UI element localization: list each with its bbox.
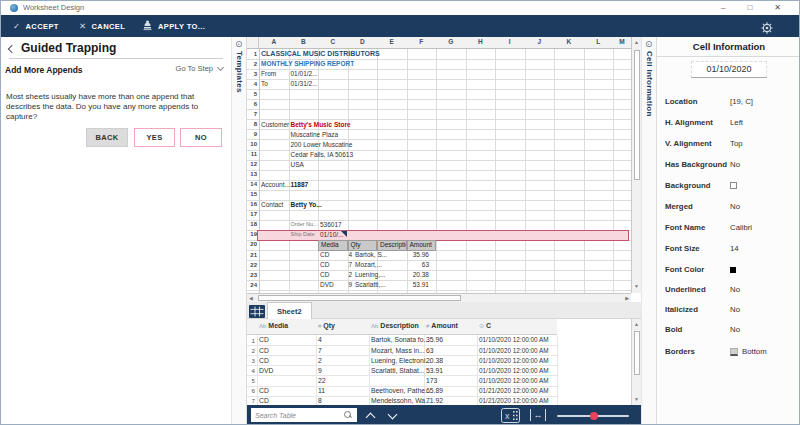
find-next-icon[interactable] bbox=[388, 410, 398, 420]
table-cell[interactable]: 01/21/2020 12:00:00 AM bbox=[479, 397, 549, 404]
row-header[interactable]: 4 bbox=[247, 81, 257, 87]
table-cell[interactable]: 01/10/2020 12:00:00 AM bbox=[479, 357, 549, 364]
cancel-button[interactable]: ✕ CANCEL bbox=[79, 15, 125, 37]
row-header[interactable]: 1 bbox=[247, 51, 257, 57]
scroll-up-icon[interactable]: ▲ bbox=[634, 322, 639, 327]
table-column-header[interactable]: AbMedia bbox=[259, 322, 288, 329]
table-cell[interactable]: CD bbox=[259, 387, 269, 394]
spreadsheet-vscrollbar[interactable]: ▲ ▼ bbox=[631, 37, 641, 293]
table-cell[interactable]: 71.92 bbox=[426, 397, 443, 404]
scroll-right-icon[interactable]: ▶ bbox=[625, 296, 629, 301]
spreadsheet-cell[interactable]: 01/10/... bbox=[320, 231, 344, 238]
spreadsheet-cell[interactable]: MONTHLY SHIPPING REPORT bbox=[261, 60, 354, 67]
cell-value-field[interactable]: 01/10/2020 bbox=[691, 61, 767, 78]
spreadsheet-cell[interactable]: 11887 bbox=[291, 181, 309, 188]
row-header[interactable]: 8 bbox=[247, 121, 257, 127]
row-header[interactable]: 15 bbox=[247, 191, 257, 197]
table-cell[interactable]: 01/10/2020 12:00:00 AM bbox=[479, 336, 549, 343]
table-cell[interactable]: 01/10/2020 12:00:00 AM bbox=[479, 377, 549, 384]
table-cell[interactable]: 9 bbox=[318, 367, 322, 374]
row-header[interactable]: 20 bbox=[247, 241, 257, 247]
yes-button[interactable]: YES bbox=[134, 128, 175, 147]
column-header[interactable]: B bbox=[289, 38, 319, 45]
spreadsheet-cell[interactable]: 63 bbox=[397, 261, 429, 268]
table-cell[interactable]: 01/10/2020 12:00:00 AM bbox=[479, 347, 549, 354]
spreadsheet-cell[interactable]: To bbox=[261, 80, 268, 87]
vscroll-thumb[interactable] bbox=[634, 50, 640, 180]
spreadsheet-cell[interactable]: 01/31/2... bbox=[291, 80, 318, 87]
vscroll-thumb[interactable] bbox=[634, 331, 640, 375]
column-header[interactable]: E bbox=[377, 38, 407, 45]
table-cell[interactable]: Mendelssohn, Wa... bbox=[371, 397, 431, 404]
go-to-step-dropdown[interactable]: Go To Step bbox=[176, 64, 223, 73]
table-cell[interactable]: Beethoven, Pathe... bbox=[371, 387, 431, 394]
spreadsheet-cell[interactable]: Order Nu... bbox=[291, 221, 318, 227]
spreadsheet-cell[interactable]: 01/01/2... bbox=[291, 70, 318, 77]
spreadsheet-cell[interactable]: 173 bbox=[397, 292, 429, 294]
spreadsheet-cell[interactable]: Luening,... bbox=[355, 271, 385, 278]
spreadsheet-cell[interactable]: Customer bbox=[261, 121, 289, 128]
spreadsheet-cell[interactable]: Contact bbox=[261, 201, 283, 208]
pin-icon[interactable]: ⊙ bbox=[235, 39, 243, 49]
fit-width-icon[interactable]: ↔ bbox=[530, 409, 546, 421]
column-header[interactable]: G bbox=[436, 38, 466, 45]
spreadsheet-cell[interactable]: From bbox=[261, 70, 276, 77]
table-cell[interactable]: 35.96 bbox=[426, 336, 443, 343]
table-cell[interactable]: DVD bbox=[259, 367, 273, 374]
table-cell[interactable]: 4 bbox=[318, 336, 322, 343]
row-header[interactable]: 6 bbox=[247, 101, 257, 107]
tab-templates[interactable]: Templates bbox=[235, 51, 244, 93]
table-cell[interactable]: CD bbox=[259, 336, 269, 343]
row-header[interactable]: 18 bbox=[247, 221, 257, 227]
column-header[interactable]: H bbox=[466, 38, 496, 45]
search-input[interactable] bbox=[251, 408, 357, 422]
table-header-cell[interactable]: Qty bbox=[348, 240, 378, 251]
table-column-header[interactable]: #Amount bbox=[426, 322, 458, 329]
table-column-header[interactable]: ⊙C bbox=[479, 322, 491, 329]
extracted-data-table[interactable]: AbMedia#QtyAbDescription#Amount⊙C1CD4Bar… bbox=[247, 319, 631, 405]
zoom-slider-thumb[interactable] bbox=[590, 412, 598, 420]
table-cell[interactable]: CD bbox=[259, 347, 269, 354]
scroll-down-icon[interactable]: ▼ bbox=[634, 284, 639, 289]
spreadsheet-hscrollbar[interactable]: ◀ ▶ bbox=[247, 293, 631, 302]
column-header[interactable]: C bbox=[318, 38, 348, 45]
column-header[interactable]: M bbox=[613, 38, 631, 45]
table-cell[interactable]: Bartok, Sonata fo... bbox=[371, 336, 429, 343]
table-cell[interactable]: 11 bbox=[318, 387, 325, 394]
column-header[interactable]: I bbox=[495, 38, 525, 45]
accept-button[interactable]: ✓ ACCEPT bbox=[13, 15, 59, 37]
column-header[interactable]: A bbox=[259, 38, 289, 45]
row-header[interactable]: 10 bbox=[247, 141, 257, 147]
row-header[interactable]: 12 bbox=[247, 161, 257, 167]
spreadsheet-cell[interactable]: Cedar Falls, IA 50613 bbox=[291, 151, 354, 158]
table-cell[interactable]: 2 bbox=[318, 357, 322, 364]
spreadsheet-cell[interactable]: 22 bbox=[320, 292, 352, 294]
table-cell[interactable]: 20.38 bbox=[426, 357, 443, 364]
table-cell[interactable]: 22 bbox=[318, 377, 326, 384]
spreadsheet-cell[interactable]: 35.96 bbox=[397, 251, 429, 258]
spreadsheet-cell[interactable]: Mozart,... bbox=[355, 261, 382, 268]
column-header[interactable]: F bbox=[407, 38, 437, 45]
column-header[interactable]: D bbox=[348, 38, 378, 45]
table-cell[interactable]: Mozart, Mass in... bbox=[371, 347, 425, 354]
pin-icon[interactable]: ⊙ bbox=[645, 39, 653, 49]
row-header[interactable]: 23 bbox=[247, 272, 257, 278]
spreadsheet-cell[interactable]: Betty Yo... bbox=[291, 201, 322, 208]
spreadsheet-cell[interactable]: Scarlatti,... bbox=[355, 281, 386, 288]
spreadsheet-cell[interactable]: Bartok, S... bbox=[355, 251, 387, 258]
export-excel-icon[interactable]: x bbox=[501, 408, 520, 425]
row-header[interactable]: 5 bbox=[247, 91, 257, 97]
table-cell[interactable]: 7 bbox=[318, 347, 322, 354]
back-button[interactable]: BACK bbox=[86, 128, 128, 147]
spreadsheet-cell[interactable]: Muscatine Plaza bbox=[291, 131, 339, 138]
table-cell[interactable]: CD bbox=[259, 357, 269, 364]
table-cell[interactable]: 8 bbox=[318, 397, 322, 404]
table-header-cell[interactable]: Amount bbox=[407, 240, 437, 251]
row-header[interactable]: 9 bbox=[247, 131, 257, 137]
table-cell[interactable]: 53.91 bbox=[426, 367, 443, 374]
table-header-cell[interactable]: Description bbox=[377, 240, 407, 251]
tab-cell-information[interactable]: Cell Information bbox=[645, 51, 654, 117]
row-header[interactable]: 22 bbox=[247, 262, 257, 268]
table-cell[interactable]: 01/10/2020 12:00:00 AM bbox=[479, 367, 549, 374]
row-header[interactable]: 3 bbox=[247, 71, 257, 77]
